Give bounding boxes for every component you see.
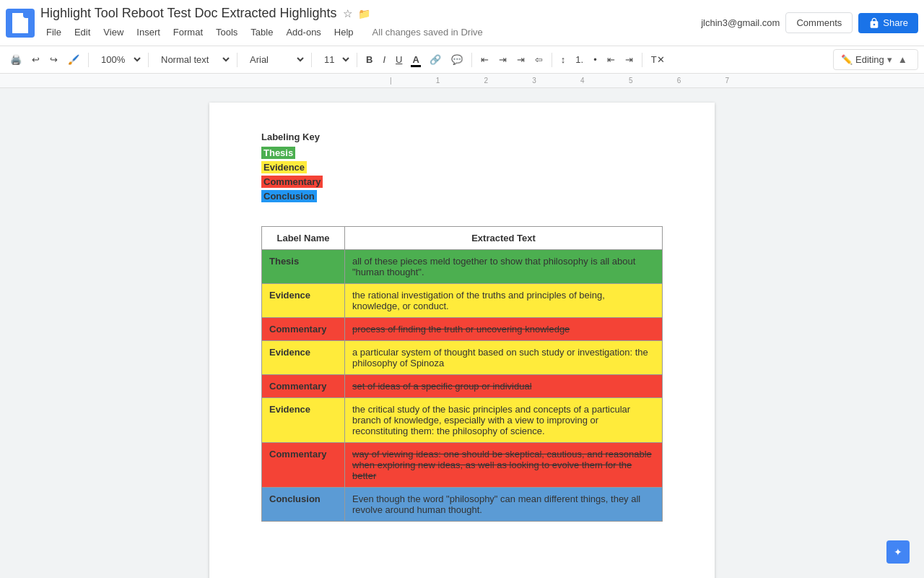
- font-size-select[interactable]: 11 10 12 14: [316, 51, 352, 69]
- menu-help[interactable]: Help: [328, 24, 359, 40]
- align-justify-button[interactable]: ⇦: [531, 51, 547, 68]
- clear-format-button[interactable]: T✕: [647, 51, 669, 68]
- sep5: [357, 53, 357, 67]
- align-left-button[interactable]: ⇤: [476, 51, 493, 68]
- underline-button[interactable]: U: [391, 51, 406, 68]
- table-cell-text: a particular system of thought based on …: [345, 341, 663, 375]
- table-cell-label: Thesis: [262, 250, 345, 284]
- share-button[interactable]: Share: [858, 13, 918, 33]
- style-select[interactable]: Normal text Heading 1 Heading 2: [153, 51, 232, 69]
- key-evidence: Evidence: [261, 161, 307, 173]
- indent-more-button[interactable]: ⇥: [621, 51, 637, 68]
- italic-button[interactable]: I: [378, 51, 390, 68]
- table-cell-label: Conclusion: [262, 488, 345, 522]
- ruler-mark: 2: [484, 77, 489, 85]
- sep3: [237, 53, 237, 67]
- star-icon[interactable]: ☆: [343, 7, 352, 20]
- table-cell-text: way of viewing ideas: one should be skep…: [345, 443, 663, 488]
- bold-button[interactable]: B: [362, 51, 377, 68]
- menu-view[interactable]: View: [97, 24, 129, 40]
- menu-tools[interactable]: Tools: [210, 24, 243, 40]
- menu-format[interactable]: Format: [167, 24, 209, 40]
- table-row: Commentaryprocess of finding the truth o…: [262, 318, 663, 341]
- sep2: [148, 53, 149, 67]
- ruler-mark: 1: [436, 77, 440, 85]
- table-row: Thesisall of these pieces meld together …: [262, 250, 663, 284]
- zoom-select[interactable]: 100% 75% 125%: [93, 51, 144, 69]
- toolbar: 🖨️ ↩ ↪ 🖌️ 100% 75% 125% Normal text Head…: [0, 46, 924, 74]
- key-commentary: Commentary: [261, 176, 323, 188]
- docs-logo: [11, 12, 30, 35]
- ruler-mark: 5: [629, 77, 633, 85]
- ruler-mark: 6: [677, 77, 681, 85]
- key-thesis: Thesis: [261, 147, 295, 159]
- print-button[interactable]: 🖨️: [6, 51, 26, 68]
- sep7: [552, 53, 552, 67]
- line-spacing-button[interactable]: ↕: [557, 51, 570, 68]
- text-color-a: A: [412, 54, 419, 65]
- menu-file[interactable]: File: [40, 24, 67, 40]
- align-center-button[interactable]: ⇥: [494, 51, 511, 68]
- autosave-status: All changes saved in Drive: [372, 27, 483, 38]
- sep4: [311, 53, 312, 67]
- undo-button[interactable]: ↩: [27, 51, 44, 68]
- labeling-key: Labeling Key Thesis Evidence Commentary …: [261, 131, 663, 204]
- menu-insert[interactable]: Insert: [131, 24, 166, 40]
- data-table: Label Name Extracted Text Thesisall of t…: [261, 226, 663, 522]
- doc-title[interactable]: Highlight Tool Reboot Test Doc Extracted…: [40, 6, 337, 21]
- ruler: | 1 2 3 4 5 6 7: [0, 74, 924, 88]
- redo-button[interactable]: ↪: [45, 51, 62, 68]
- doc-area: Labeling Key Thesis Evidence Commentary …: [0, 88, 924, 578]
- smart-compose-button[interactable]: ✦: [886, 540, 910, 564]
- ruler-inner: | 1 2 3 4 5 6 7: [390, 77, 729, 85]
- editing-label: Editing: [855, 54, 884, 65]
- text-color-button[interactable]: A: [408, 51, 423, 68]
- folder-icon[interactable]: 📁: [358, 8, 370, 20]
- table-cell-label: Evidence: [262, 341, 345, 375]
- table-header-label: Label Name: [262, 227, 345, 250]
- top-right: jlchin3@gmail.com Comments Share: [701, 12, 918, 33]
- bullet-list-button[interactable]: •: [589, 51, 601, 68]
- ruler-mark: |: [390, 77, 392, 85]
- table-cell-text: the rational investigation of the truths…: [345, 284, 663, 318]
- align-right-button[interactable]: ⇥: [513, 51, 529, 68]
- table-row: Evidencethe rational investigation of th…: [262, 284, 663, 318]
- table-cell-label: Evidence: [262, 284, 345, 318]
- table-row: Evidencethe critical study of the basic …: [262, 398, 663, 443]
- indent-less-button[interactable]: ⇤: [603, 51, 619, 68]
- menu-table[interactable]: Table: [245, 24, 279, 40]
- table-header-text: Extracted Text: [345, 227, 663, 250]
- top-bar: Highlight Tool Reboot Test Doc Extracted…: [0, 0, 924, 46]
- table-cell-text: all of these pieces meld together to sho…: [345, 250, 663, 284]
- ruler-mark: 3: [532, 77, 536, 85]
- comments-button[interactable]: Comments: [785, 12, 853, 33]
- menu-addons[interactable]: Add-ons: [280, 24, 326, 40]
- lock-icon: [868, 17, 880, 29]
- menu-bar: File Edit View Insert Format Tools Table…: [40, 24, 701, 40]
- table-cell-text: set of ideas of a specific group or indi…: [345, 375, 663, 398]
- share-label: Share: [883, 17, 908, 28]
- editing-badge: ✏️ Editing ▾ ▲: [833, 49, 918, 70]
- table-row: Commentaryset of ideas of a specific gro…: [262, 375, 663, 398]
- collapse-button[interactable]: ▲: [895, 53, 910, 66]
- ruler-mark: 4: [580, 77, 585, 85]
- table-cell-text: Even though the word "philosophy" can me…: [345, 488, 663, 522]
- doc-page: Labeling Key Thesis Evidence Commentary …: [209, 103, 715, 578]
- editing-dropdown[interactable]: ▾: [887, 54, 892, 65]
- menu-edit[interactable]: Edit: [69, 24, 96, 40]
- title-section: Highlight Tool Reboot Test Doc Extracted…: [40, 6, 701, 40]
- font-select[interactable]: Arial Times New Roman Courier New: [242, 51, 307, 69]
- comment-button[interactable]: 💬: [447, 51, 467, 68]
- table-cell-text: process of finding the truth or uncoveri…: [345, 318, 663, 341]
- table-cell-text: the critical study of the basic principl…: [345, 398, 663, 443]
- table-body: Thesisall of these pieces meld together …: [262, 250, 663, 522]
- link-button[interactable]: 🔗: [425, 51, 445, 68]
- sep1: [88, 53, 89, 67]
- sep6: [471, 53, 472, 67]
- app-icon[interactable]: [6, 9, 35, 38]
- user-email: jlchin3@gmail.com: [701, 17, 780, 28]
- numbered-list-button[interactable]: 1.: [571, 51, 588, 68]
- table-row: Evidencea particular system of thought b…: [262, 341, 663, 375]
- paint-format-button[interactable]: 🖌️: [64, 51, 84, 68]
- table-row: Commentaryway of viewing ideas: one shou…: [262, 443, 663, 488]
